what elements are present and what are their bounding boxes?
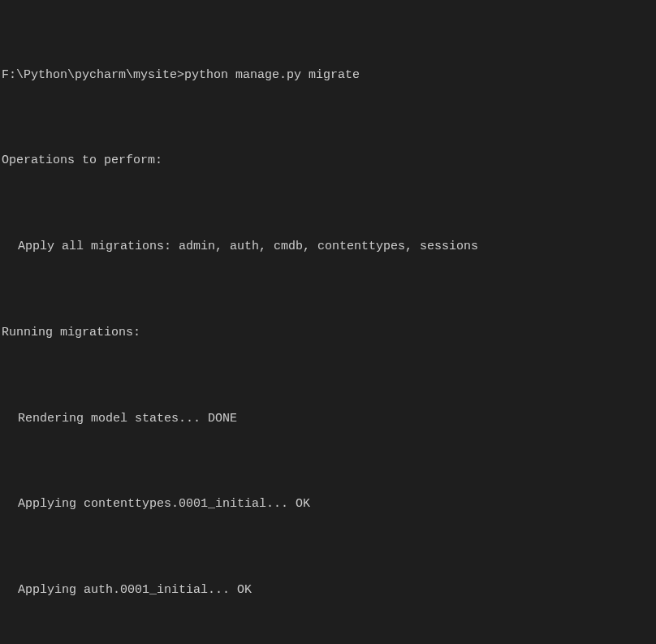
operations-header: Operations to perform: (2, 146, 654, 175)
migration-line: Applying auth.0001_initial... OK (2, 576, 654, 604)
apply-all-migrations: Apply all migrations: admin, auth, cmdb,… (2, 232, 654, 261)
rendering-states: Rendering model states... DONE (2, 404, 654, 433)
terminal-output[interactable]: F:\Python\pycharm\mysite>python manage.p… (2, 3, 654, 644)
prompt-path: F:\Python\pycharm\mysite> (2, 68, 184, 82)
command-prompt-line: F:\Python\pycharm\mysite>python manage.p… (2, 61, 654, 89)
running-migrations-header: Running migrations: (2, 318, 654, 347)
migration-line: Applying contenttypes.0001_initial... OK (2, 490, 654, 518)
command-text: python manage.py migrate (184, 68, 360, 82)
